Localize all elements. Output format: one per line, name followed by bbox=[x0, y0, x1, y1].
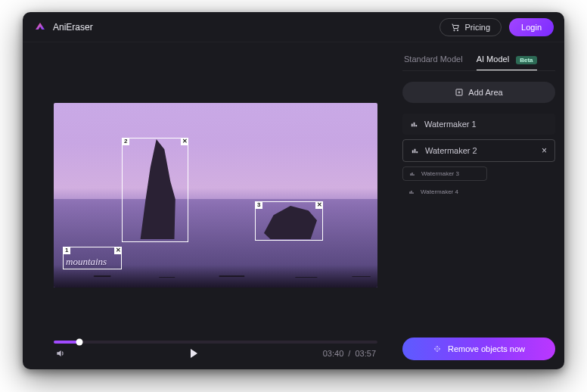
watermark-item-active[interactable]: Watermaker 2 × bbox=[402, 139, 555, 162]
resize-handle[interactable] bbox=[122, 236, 128, 242]
app-header: AniEraser Pricing Login bbox=[23, 12, 564, 42]
time-display: 03:40 / 03:57 bbox=[323, 349, 376, 358]
watermark-list: Watermaker 1 Watermaker 2 × Watermaker 3 bbox=[402, 114, 555, 198]
remove-objects-button[interactable]: Remove objects now bbox=[402, 338, 555, 360]
resize-handle[interactable] bbox=[182, 138, 188, 144]
svg-point-1 bbox=[458, 30, 459, 31]
add-area-icon bbox=[455, 88, 464, 97]
time-total: 03:57 bbox=[355, 349, 376, 358]
resize-handle[interactable] bbox=[122, 138, 128, 144]
add-area-label: Add Area bbox=[468, 88, 502, 97]
pricing-button[interactable]: Pricing bbox=[439, 18, 502, 36]
cart-icon bbox=[451, 23, 460, 32]
timeline[interactable] bbox=[54, 341, 377, 344]
svg-point-0 bbox=[454, 30, 455, 31]
resize-handle[interactable] bbox=[255, 201, 261, 207]
resize-handle[interactable] bbox=[182, 236, 188, 242]
timeline-thumb[interactable] bbox=[76, 339, 83, 346]
resize-handle[interactable] bbox=[116, 247, 122, 253]
editor-panel: mountains 2 ✕ 3 ✕ bbox=[23, 42, 393, 369]
time-current: 03:40 bbox=[323, 349, 344, 358]
layer-icon bbox=[411, 147, 419, 155]
model-tabs: Standard Model AI Model Beta bbox=[402, 48, 555, 71]
resize-handle[interactable] bbox=[317, 235, 323, 241]
tab-standard-model[interactable]: Standard Model bbox=[404, 48, 463, 70]
watermark-label: Watermaker 2 bbox=[425, 146, 477, 155]
watermark-subitem[interactable]: Watermaker 4 bbox=[402, 185, 487, 198]
tab-ai-model[interactable]: AI Model Beta bbox=[477, 48, 537, 70]
selection-3[interactable]: 3 ✕ bbox=[255, 201, 323, 241]
watermark-item[interactable]: Watermaker 1 bbox=[402, 114, 555, 135]
pricing-label: Pricing bbox=[464, 23, 490, 32]
brand: AniEraser bbox=[33, 20, 93, 34]
resize-handle[interactable] bbox=[116, 263, 122, 269]
selection-1[interactable]: 1 ✕ bbox=[63, 247, 122, 269]
remove-objects-label: Remove objects now bbox=[448, 344, 525, 353]
layer-icon bbox=[410, 120, 418, 129]
brand-logo-icon bbox=[33, 20, 47, 34]
video-canvas[interactable]: mountains 2 ✕ 3 ✕ bbox=[54, 103, 377, 288]
time-sep: / bbox=[348, 349, 350, 358]
selection-2[interactable]: 2 ✕ bbox=[122, 138, 188, 242]
sidebar: Standard Model AI Model Beta Add Area Wa… bbox=[393, 42, 564, 369]
add-area-button[interactable]: Add Area bbox=[402, 82, 555, 103]
watermark-label: Watermaker 1 bbox=[424, 120, 477, 129]
watermark-label: Watermaker 3 bbox=[421, 170, 459, 177]
beta-badge: Beta bbox=[516, 56, 536, 64]
brand-name: AniEraser bbox=[53, 22, 93, 33]
volume-icon[interactable] bbox=[55, 348, 66, 359]
close-icon[interactable]: × bbox=[542, 146, 547, 155]
resize-handle[interactable] bbox=[63, 263, 69, 269]
login-label: Login bbox=[521, 23, 542, 32]
login-button[interactable]: Login bbox=[509, 18, 554, 36]
magic-icon bbox=[433, 344, 442, 353]
layer-icon bbox=[408, 189, 415, 195]
watermark-label: Watermaker 4 bbox=[421, 188, 458, 195]
tab-ai-label: AI Model bbox=[477, 54, 509, 64]
resize-handle[interactable] bbox=[63, 247, 69, 253]
watermark-subitem[interactable]: Watermaker 3 bbox=[402, 166, 487, 181]
play-button[interactable] bbox=[191, 349, 197, 358]
resize-handle[interactable] bbox=[317, 201, 323, 207]
layer-icon bbox=[409, 171, 415, 177]
resize-handle[interactable] bbox=[255, 235, 261, 241]
